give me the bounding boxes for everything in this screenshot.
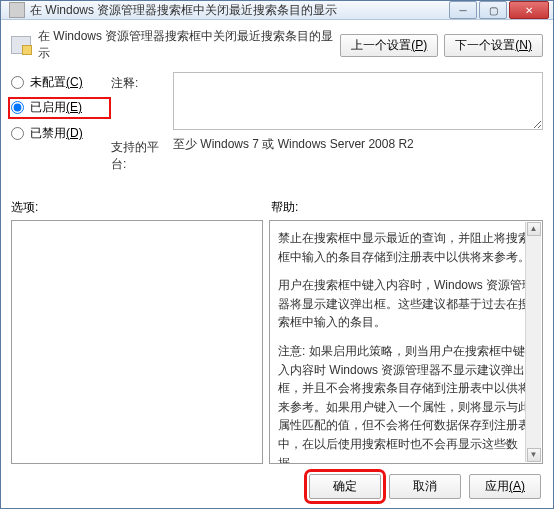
help-scrollbar[interactable]: ▲ ▼ (525, 222, 541, 462)
comment-field: 注释: (111, 72, 543, 130)
panels: 禁止在搜索框中显示最近的查询，并阻止将搜索框中输入的条目存储到注册表中以供将来参… (1, 220, 553, 464)
fields: 注释: 支持的平台: 至少 Windows 7 或 Windows Server… (111, 72, 543, 179)
minimize-button[interactable]: ─ (449, 1, 477, 19)
help-paragraph: 注意: 如果启用此策略，则当用户在搜索框中键入内容时 Windows 资源管理器… (278, 342, 534, 464)
platform-value: 至少 Windows 7 或 Windows Server 2008 R2 (173, 136, 543, 153)
options-panel (11, 220, 263, 464)
ok-button[interactable]: 确定 (309, 474, 381, 499)
window-controls: ─ ▢ ✕ (447, 1, 549, 19)
help-panel: 禁止在搜索框中显示最近的查询，并阻止将搜索框中输入的条目存储到注册表中以供将来参… (269, 220, 543, 464)
scroll-up-icon[interactable]: ▲ (527, 222, 541, 236)
scroll-down-icon[interactable]: ▼ (527, 448, 541, 462)
state-radios: 未配置(C) 已启用(E) 已禁用(D) (11, 72, 111, 179)
options-label: 选项: (11, 199, 271, 216)
policy-icon (11, 36, 31, 54)
comment-input[interactable] (173, 72, 543, 130)
cancel-button[interactable]: 取消 (389, 474, 461, 499)
policy-title: 在 Windows 资源管理器搜索框中关闭最近搜索条目的显示 (38, 28, 340, 62)
header: 在 Windows 资源管理器搜索框中关闭最近搜索条目的显示 上一个设置(P) … (1, 20, 553, 68)
comment-label: 注释: (111, 72, 173, 92)
titlebar[interactable]: 在 Windows 资源管理器搜索框中关闭最近搜索条目的显示 ─ ▢ ✕ (1, 1, 553, 20)
prev-setting-button[interactable]: 上一个设置(P) (340, 34, 438, 57)
window-title: 在 Windows 资源管理器搜索框中关闭最近搜索条目的显示 (30, 2, 447, 19)
radio-disabled[interactable]: 已禁用(D) (11, 125, 111, 142)
maximize-button[interactable]: ▢ (479, 1, 507, 19)
radio-disabled-input[interactable] (11, 127, 24, 140)
radio-not-configured[interactable]: 未配置(C) (11, 74, 111, 91)
next-setting-button[interactable]: 下一个设置(N) (444, 34, 543, 57)
apply-button[interactable]: 应用(A) (469, 474, 541, 499)
help-label: 帮助: (271, 199, 298, 216)
body: 未配置(C) 已启用(E) 已禁用(D) 注释: 支持的平台: 至少 Windo… (1, 68, 553, 181)
help-paragraph: 禁止在搜索框中显示最近的查询，并阻止将搜索框中输入的条目存储到注册表中以供将来参… (278, 229, 534, 266)
platform-label: 支持的平台: (111, 136, 173, 173)
section-labels: 选项: 帮助: (1, 181, 553, 220)
window-icon (9, 2, 25, 18)
platform-field: 支持的平台: 至少 Windows 7 或 Windows Server 200… (111, 136, 543, 173)
nav-buttons: 上一个设置(P) 下一个设置(N) (340, 34, 543, 57)
policy-dialog: 在 Windows 资源管理器搜索框中关闭最近搜索条目的显示 ─ ▢ ✕ 在 W… (0, 0, 554, 509)
radio-not-configured-input[interactable] (11, 76, 24, 89)
footer: 确定 取消 应用(A) (1, 464, 553, 509)
close-button[interactable]: ✕ (509, 1, 549, 19)
radio-enabled-input[interactable] (11, 101, 24, 114)
help-paragraph: 用户在搜索框中键入内容时，Windows 资源管理器将显示建议弹出框。这些建议都… (278, 276, 534, 332)
radio-enabled[interactable]: 已启用(E) (8, 97, 111, 119)
